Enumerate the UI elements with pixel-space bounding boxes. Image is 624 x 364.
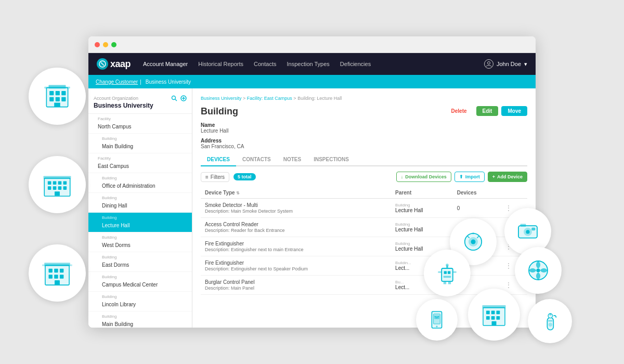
- tree-item-lecture-hall[interactable]: Building Lecture Hall: [88, 213, 192, 232]
- app-container: xaap Account Manager Historical Reports …: [88, 53, 536, 328]
- toolbar-left: ≡ Filters 5 total: [201, 172, 256, 182]
- add-device-button[interactable]: + Add Device: [488, 172, 527, 182]
- svg-rect-64: [492, 321, 497, 326]
- download-devices-button[interactable]: ↓ Download Devices: [396, 172, 451, 182]
- cell-device-type: Access Control Reader Description: Reade…: [201, 218, 391, 237]
- svg-rect-48: [444, 281, 446, 284]
- device-type-value: Fire Extinguisher: [205, 260, 244, 266]
- col-device-type: Device Type ⇅: [201, 187, 391, 199]
- tree-type: Facility: [98, 156, 187, 161]
- change-customer-link[interactable]: Change Customer: [96, 79, 138, 85]
- tab-contacts[interactable]: CONTACTS: [236, 153, 277, 166]
- svg-rect-68: [550, 313, 551, 315]
- cell-device-type: Fire Extinguisher Description: Extinguis…: [201, 256, 391, 276]
- circle-phone: [416, 299, 458, 341]
- tree-type: Building: [102, 196, 187, 200]
- address-label: Address: [201, 138, 527, 144]
- nav-account-manager[interactable]: Account Manager: [143, 61, 188, 67]
- parent-label: Building: [395, 222, 449, 227]
- row-menu-button[interactable]: ⋮: [505, 262, 512, 270]
- total-badge: 5 total: [233, 173, 256, 180]
- move-button[interactable]: Move: [501, 106, 527, 116]
- tree-item-main-building-2[interactable]: Building Main Building: [88, 311, 192, 328]
- tree-item-east-campus-facility[interactable]: Facility East Campus: [88, 153, 192, 173]
- svg-rect-22: [49, 269, 53, 272]
- svg-rect-69: [548, 320, 553, 322]
- device-type-value: Fire Extinguisher: [205, 241, 244, 246]
- tree-item-west-dorms[interactable]: Building West Dorms: [88, 232, 192, 252]
- tree-item-campus-medical[interactable]: Building Campus Medical Center: [88, 272, 192, 292]
- svg-rect-41: [444, 271, 447, 274]
- circle-building-bottom: [468, 289, 520, 341]
- tab-inspections[interactable]: INSPECTIONS: [307, 153, 355, 166]
- import-button[interactable]: ⬆ Import: [454, 172, 485, 182]
- table-row: Burglar Control Panel Description: Main …: [201, 276, 527, 295]
- tree-label: North Campus: [98, 124, 131, 129]
- search-button[interactable]: [171, 95, 177, 103]
- svg-rect-9: [44, 87, 70, 88]
- address-value: San Francisco, CA: [201, 144, 527, 149]
- tree-item-office-admin[interactable]: Building Office of Administration: [88, 173, 192, 193]
- svg-rect-6: [61, 97, 66, 101]
- tree-label: Lincoln Library: [102, 302, 136, 307]
- svg-line-75: [175, 99, 177, 101]
- parent-label: Building: [395, 203, 449, 207]
- content-header: Building Delete Edit Move: [201, 106, 527, 117]
- device-type-value: Access Control Reader: [205, 222, 258, 227]
- col-parent: Parent: [391, 187, 453, 199]
- minimize-dot[interactable]: [103, 42, 108, 47]
- nav-inspection-types[interactable]: Inspection Types: [287, 61, 329, 67]
- row-menu-button[interactable]: ⋮: [505, 281, 512, 289]
- import-label: Import: [465, 174, 480, 179]
- brand: xaap: [97, 58, 131, 70]
- svg-rect-7: [54, 102, 60, 107]
- content-tabs: DEVICES CONTACTS NOTES INSPECTIONS: [201, 153, 527, 166]
- user-menu[interactable]: John Doe ▾: [484, 59, 527, 69]
- tree-label: Campus Medical Center: [102, 282, 158, 288]
- close-dot[interactable]: [95, 42, 100, 47]
- delete-button[interactable]: Delete: [445, 106, 473, 116]
- device-description: Description: Main Panel: [205, 285, 254, 291]
- tab-devices[interactable]: DEVICES: [201, 153, 236, 166]
- svg-rect-5: [56, 97, 60, 101]
- breadcrumb-sep-1: >: [243, 96, 247, 101]
- org-name: Business University: [94, 102, 153, 109]
- tree-label: Dining Hall: [102, 203, 127, 209]
- parent-value: Lect...: [395, 284, 409, 290]
- nav-deficiencies[interactable]: Deficiencies: [340, 61, 371, 67]
- tree-type: Facility: [98, 116, 187, 121]
- tree-item-dining-hall[interactable]: Building Dining Hall: [88, 193, 192, 213]
- svg-rect-14: [63, 181, 67, 185]
- navbar: xaap Account Manager Historical Reports …: [88, 53, 536, 75]
- browser-window: xaap Account Manager Historical Reports …: [88, 36, 536, 328]
- svg-point-55: [436, 326, 437, 327]
- maximize-dot[interactable]: [111, 42, 116, 47]
- tree-item-main-building-1[interactable]: Building Main Building: [88, 134, 192, 153]
- breadcrumb-facility[interactable]: Facility: East Campus: [247, 96, 292, 101]
- tree-type: Building: [102, 275, 187, 279]
- cell-parent: Building Lecture Hall: [391, 218, 453, 237]
- nav-historical-reports[interactable]: Historical Reports: [198, 61, 243, 67]
- svg-rect-25: [49, 275, 53, 278]
- tree-item-east-dorms[interactable]: Building East Dorms: [88, 252, 192, 272]
- tree-type: Building: [102, 294, 187, 299]
- tree-item-lincoln-library[interactable]: Building Lincoln Library: [88, 292, 192, 311]
- svg-rect-2: [56, 91, 60, 95]
- tree-item-north-campus-facility[interactable]: Facility North Campus: [88, 114, 192, 134]
- device-description: Description: Main Smoke Detector System: [205, 209, 293, 214]
- tab-notes[interactable]: NOTES: [277, 153, 307, 166]
- filter-label: Filters: [211, 174, 225, 180]
- svg-rect-30: [42, 265, 72, 266]
- row-menu-button[interactable]: ⋮: [505, 204, 512, 212]
- edit-button[interactable]: Edit: [476, 106, 499, 116]
- breadcrumb-org[interactable]: Business University: [201, 96, 242, 101]
- breadcrumb-sep-2: >: [293, 96, 297, 101]
- nav-contacts[interactable]: Contacts: [254, 61, 276, 67]
- section-title: Building: [201, 106, 238, 117]
- add-node-button[interactable]: [180, 95, 187, 103]
- svg-rect-18: [63, 186, 67, 190]
- filter-button[interactable]: ≡ Filters: [201, 172, 229, 182]
- sort-icon[interactable]: ⇅: [236, 191, 240, 196]
- main-layout: Account Organization Business University: [88, 88, 536, 328]
- svg-rect-58: [486, 311, 490, 315]
